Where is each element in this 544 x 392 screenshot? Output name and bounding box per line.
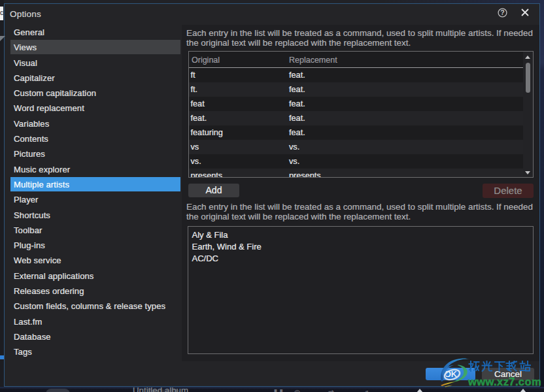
svg-text:?: ? xyxy=(500,8,504,16)
